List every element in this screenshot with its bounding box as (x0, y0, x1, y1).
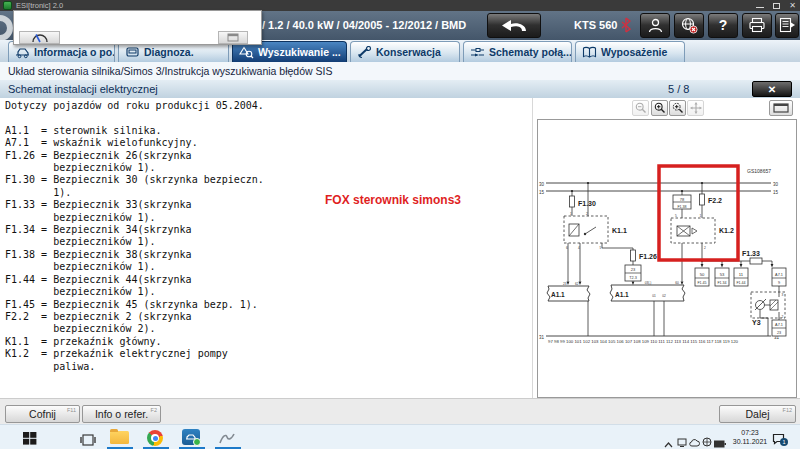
component-legend: Dotyczy pojazdów od roku produkcji 05.20… (5, 100, 264, 373)
breadcrumb: Układ sterowania silnika/Simos 3/Instruk… (8, 65, 332, 77)
valve-y3: 3 2 (751, 292, 785, 319)
ground-ticks: 97 98 99 100 101 102 103 104 105 106 107… (548, 340, 738, 344)
globe-offline-icon (680, 16, 698, 34)
action-center-button[interactable]: 1 (772, 431, 785, 443)
a11-pin02: 02 (662, 294, 666, 298)
diagnostic-device-icon (125, 46, 140, 59)
tray-expand-chevron[interactable] (664, 434, 673, 449)
y3-pin2: 2 (782, 315, 784, 319)
tab-label: Informacja o po... (34, 46, 115, 58)
tab-label: Schematy połą... (489, 46, 572, 58)
back-nav-key: F11 (67, 407, 76, 413)
maximize-icon[interactable] (773, 3, 780, 9)
back-nav-button[interactable]: Cofnij F11 (5, 405, 80, 423)
taskbar: 07:23 30.11.2021 1 (0, 424, 800, 449)
esitronic-window: ESI[tronic] 2.0 ✕ / 1.2 / 40.0 kW / 04/2… (0, 0, 800, 449)
protocol-button[interactable] (775, 13, 799, 38)
fit-window-button[interactable] (769, 100, 793, 116)
label-f130: F1.30 (578, 200, 596, 207)
zoom-selection-icon (672, 102, 684, 114)
pan-button (687, 100, 704, 116)
f145-top: 50 (700, 272, 705, 277)
gauge-button[interactable] (19, 31, 60, 44)
print-button[interactable] (742, 13, 772, 38)
zoom-selection-button[interactable] (669, 100, 686, 116)
k11-pin1: 1 (570, 212, 572, 216)
car-icon (15, 46, 30, 59)
a71-9-top: A7.1 (775, 273, 783, 277)
clock-date: 30.11.2021 (731, 438, 769, 447)
task-view-button[interactable] (80, 432, 96, 449)
brand-logo (0, 15, 13, 41)
bus-15-left: 15 (539, 190, 545, 195)
minimize-icon[interactable] (756, 7, 764, 8)
close-icon[interactable]: ✕ (789, 2, 796, 10)
pan-icon (690, 102, 702, 114)
diagram-ref: GS108657 (747, 168, 771, 174)
esitronic-taskbar-button[interactable] (182, 429, 200, 445)
k11-pin4: 4 (578, 246, 580, 250)
schematic-canvas[interactable]: GS108657 30 15 30 15 31 31 97 98 99 100 … (537, 119, 797, 398)
back-button[interactable] (487, 13, 541, 38)
device-label: KTS 560 (574, 19, 617, 31)
app-icon (3, 1, 12, 10)
back-arrow-icon (499, 18, 529, 34)
connector-a11-left: A1.1 23 62 (547, 282, 590, 302)
question-icon: ? (719, 17, 728, 33)
a71-23-top: A7.1 (775, 323, 783, 327)
network-tray-icon[interactable] (702, 433, 712, 449)
help-button[interactable]: ? (708, 13, 738, 38)
user-annotation: FOX sterownik simons3 (325, 193, 461, 207)
gauge-icon (30, 32, 50, 43)
f144-bottom: F1.44 (736, 281, 745, 285)
label-a11-left: A1.1 (551, 291, 565, 298)
loading-popup (13, 10, 262, 45)
online-button[interactable] (674, 13, 704, 38)
tab-label: Wyposażenie (601, 46, 667, 58)
fit-window-icon (773, 103, 789, 113)
bluetooth-icon (621, 17, 631, 37)
window-restore-button[interactable] (218, 31, 248, 44)
tab-label: Konserwacja (376, 46, 441, 58)
box-23-t23: 23 T2.3 (625, 265, 641, 281)
tab-circuit-diagrams[interactable]: Schematy połą... (463, 41, 572, 62)
tab-maintenance[interactable]: Konserwacja (350, 41, 460, 62)
file-explorer-button[interactable] (110, 431, 129, 444)
a71-9-bottom: 9 (778, 281, 780, 285)
start-button[interactable] (23, 431, 37, 449)
box-a71-23: A7.1 23 (772, 320, 786, 336)
vehicle-info: / 1.2 / 40.0 kW / 04/2005 - 12/2012 / BM… (262, 19, 466, 31)
person-icon (647, 17, 664, 34)
notification-badge: 1 (780, 438, 788, 446)
label-f126: F1.26 (639, 253, 657, 260)
cast-tray-icon[interactable] (677, 433, 687, 449)
bus-30-left: 30 (539, 182, 545, 187)
zoom-in-icon (654, 102, 666, 114)
info-reference-button[interactable]: Info o refer. F2 (82, 405, 161, 423)
info-reference-key: F2 (151, 407, 157, 413)
clock-time: 07:23 (731, 429, 769, 438)
junction-dots (571, 182, 703, 262)
breadcrumb-bar: Układ sterowania silnika/Simos 3/Instruk… (0, 62, 800, 80)
footer-bar: Cofnij F11 Info o refer. F2 Dalej F12 (0, 398, 800, 424)
next-key: F12 (783, 407, 792, 413)
tab-equipment[interactable]: Wyposażenie (575, 41, 685, 62)
next-button[interactable]: Dalej F12 (719, 405, 796, 423)
box78-bottom: F1.38 (677, 205, 686, 209)
relay-k12: 5 1 2 (671, 214, 715, 250)
close-panel-button[interactable]: ✕ (752, 81, 792, 97)
chrome-button[interactable] (147, 430, 163, 446)
next-label: Dalej (746, 408, 770, 420)
cloud-tray-icon[interactable] (689, 433, 700, 449)
a11-pin60: 60 (675, 281, 679, 285)
user-button[interactable] (640, 13, 670, 38)
pen-squiggle-icon (219, 432, 235, 445)
battery-tray-icon[interactable] (714, 434, 726, 449)
k12-pin5: 5 (675, 214, 677, 218)
highlight-rectangle (659, 166, 738, 260)
box23-bottom: T2.3 (629, 276, 637, 280)
tray-clock[interactable]: 07:23 30.11.2021 (731, 429, 769, 446)
ground-31-left: 31 (539, 335, 545, 340)
zoom-in-button[interactable] (651, 100, 668, 116)
windows-logo-icon (23, 432, 37, 445)
